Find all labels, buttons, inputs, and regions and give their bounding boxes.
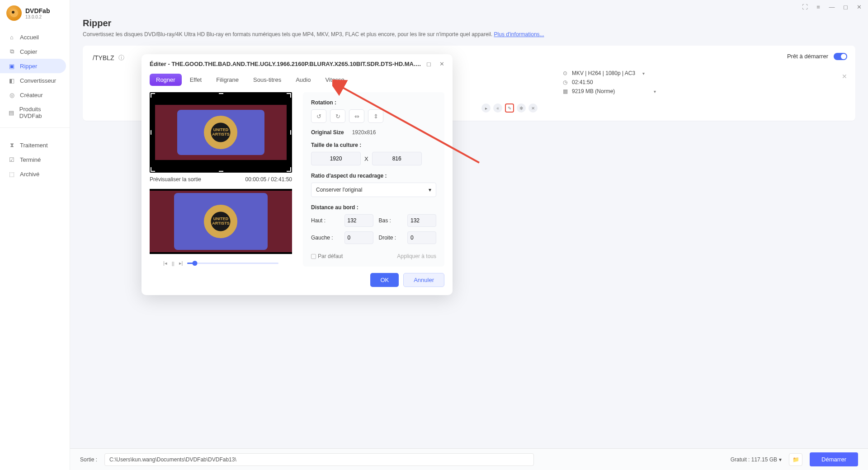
edge-bottom-label: Bas :	[379, 217, 402, 224]
nav-archive[interactable]: ⬚Archivé	[0, 167, 70, 181]
output-label: Sortie :	[80, 456, 97, 463]
creator-icon: ◎	[8, 91, 15, 99]
nav-convertisseur[interactable]: ◧Convertisseur	[0, 73, 70, 88]
free-space: Gratuit : 117.15 GB▾	[731, 456, 782, 463]
modal-title: Éditer - THE.GOOD.THE.BAD.AND.THE.UGLY.1…	[150, 61, 426, 67]
crop-width-input[interactable]	[311, 152, 361, 165]
info-icon[interactable]: ⓘ	[118, 54, 124, 62]
action-buttons: ▸ « ✎ ✻ ✕	[481, 103, 845, 113]
editor-modal: Éditer - THE.GOOD.THE.BAD.AND.THE.UGLY.1…	[142, 54, 453, 295]
orig-size-value: 1920x816	[352, 129, 376, 136]
nav-ripper[interactable]: ▣Ripper	[0, 59, 66, 73]
nav-produits[interactable]: ▤Produits DVDFab	[0, 102, 70, 123]
modal-close-icon[interactable]: ✕	[439, 61, 444, 67]
default-button[interactable]: Par défaut	[311, 253, 343, 259]
maximize-icon[interactable]: ◻	[842, 3, 849, 10]
studio-logo: UNITED ARTISTS	[204, 116, 237, 149]
tab-rogner[interactable]: Rogner	[150, 74, 182, 86]
crop-height-input[interactable]	[372, 152, 422, 165]
page-subtitle-text: Convertissez les disques DVD/Blu-ray/4K …	[83, 31, 494, 38]
edge-label: Distance au bord :	[311, 204, 436, 211]
processing-icon: ⧗	[8, 141, 15, 149]
settings-button[interactable]: ✻	[517, 103, 526, 113]
menu-icon[interactable]: ≡	[815, 3, 822, 10]
app-logo-area: DVDFab 13.0.0.2	[0, 0, 70, 24]
gift-icon[interactable]: ⛶	[801, 3, 808, 10]
edge-left-input[interactable]	[344, 231, 373, 244]
tab-audio[interactable]: Audio	[289, 74, 317, 86]
nav-label: Accueil	[20, 34, 39, 41]
preview-output: UNITED ARTISTS	[150, 189, 292, 254]
nav-label: Archivé	[20, 171, 39, 178]
nav-label: Ripper	[20, 63, 37, 70]
tab-effet[interactable]: Effet	[184, 74, 208, 86]
nav-copier[interactable]: ⧉Copier	[0, 44, 70, 59]
rotation-label: Rotation :	[311, 99, 436, 106]
seek-slider[interactable]	[187, 263, 278, 264]
app-logo-icon	[6, 5, 22, 21]
aspect-value: Conserver l'original	[316, 187, 362, 193]
apply-all-button[interactable]: Appliquer à tous	[397, 253, 436, 259]
nav-label: Créateur	[20, 92, 43, 99]
aspect-select[interactable]: Conserver l'original▾	[311, 183, 436, 197]
ok-button[interactable]: OK	[370, 273, 399, 287]
play-button[interactable]: ▸	[481, 103, 491, 113]
minimize-icon[interactable]: —	[828, 3, 835, 10]
chevron-down-icon[interactable]: ▾	[779, 456, 782, 463]
edge-right-input[interactable]	[407, 231, 436, 244]
tab-filigrane[interactable]: Filigrane	[210, 74, 245, 86]
format-icon: ⊙	[563, 70, 569, 76]
tab-vitesse[interactable]: Vitesse	[319, 74, 350, 86]
nav-createur[interactable]: ◎Créateur	[0, 88, 70, 102]
edge-bottom-input[interactable]	[407, 214, 436, 227]
copy-icon: ⧉	[8, 48, 15, 55]
done-icon: ☑	[8, 156, 15, 163]
app-version: 13.0.0.2	[25, 14, 50, 19]
size-text: 9219 MB (Norme)	[572, 88, 615, 94]
edge-top-input[interactable]	[344, 214, 373, 227]
tab-sous-titres[interactable]: Sous-titres	[247, 74, 288, 86]
next-frame-button[interactable]: ▸|	[179, 260, 183, 266]
rotate-cw-button[interactable]: ↻	[330, 109, 345, 123]
page-header: Ripper Convertissez les disques DVD/Blu-…	[70, 14, 868, 46]
studio-logo: UNITED ARTISTS	[204, 205, 237, 238]
nav-label: Convertisseur	[20, 77, 56, 84]
nav-termine[interactable]: ☑Terminé	[0, 152, 70, 167]
svg-point-1	[12, 11, 14, 14]
edge-left-label: Gauche :	[311, 235, 339, 241]
modal-tabs: Rogner Effet Filigrane Sous-titres Audio…	[142, 70, 453, 92]
convert-icon: ◧	[8, 77, 15, 84]
nav-label: Copier	[20, 48, 37, 55]
pause-button[interactable]: ||	[172, 261, 175, 266]
prev-button[interactable]: «	[493, 103, 502, 113]
preview-crop-area[interactable]: UNITED ARTISTS	[150, 92, 292, 173]
output-path[interactable]: C:\Users\kun.wang\Documents\DVDFab\DVDFa…	[104, 453, 534, 466]
crop-x-sep: X	[364, 155, 368, 162]
browse-folder-button[interactable]: 📁	[789, 453, 802, 466]
nav-divider	[0, 127, 70, 128]
modal-maximize-icon[interactable]: ◻	[426, 61, 431, 67]
start-button[interactable]: Démarrer	[810, 452, 858, 466]
page-title: Ripper	[83, 18, 855, 28]
nav-accueil[interactable]: ⌂Accueil	[0, 30, 70, 44]
crop-size-label: Taille de la culture :	[311, 142, 436, 148]
close-action-button[interactable]: ✕	[528, 103, 538, 113]
enable-toggle[interactable]	[834, 53, 847, 60]
nav-traitement[interactable]: ⧗Traitement	[0, 138, 70, 152]
prev-frame-button[interactable]: |◂	[163, 260, 167, 266]
cancel-button[interactable]: Annuler	[403, 273, 444, 287]
chevron-down-icon[interactable]: ▾	[642, 71, 645, 76]
rotate-ccw-button[interactable]: ↺	[311, 109, 326, 123]
clock-icon: ◷	[563, 79, 569, 85]
ready-label: Prêt à démarrer	[787, 53, 828, 60]
app-name: DVDFab	[25, 7, 50, 14]
remove-task-icon[interactable]: ✕	[842, 73, 847, 80]
edit-button[interactable]: ✎	[505, 103, 514, 113]
close-icon[interactable]: ✕	[855, 3, 863, 10]
chevron-down-icon[interactable]: ▾	[654, 89, 656, 94]
flip-h-button[interactable]: ⇔	[349, 109, 364, 123]
ripper-icon: ▣	[8, 62, 15, 70]
more-info-link[interactable]: Plus d'informations...	[494, 31, 544, 38]
flip-v-button[interactable]: ⇕	[368, 109, 383, 123]
preview-label: Prévisualiser la sortie	[150, 176, 201, 183]
